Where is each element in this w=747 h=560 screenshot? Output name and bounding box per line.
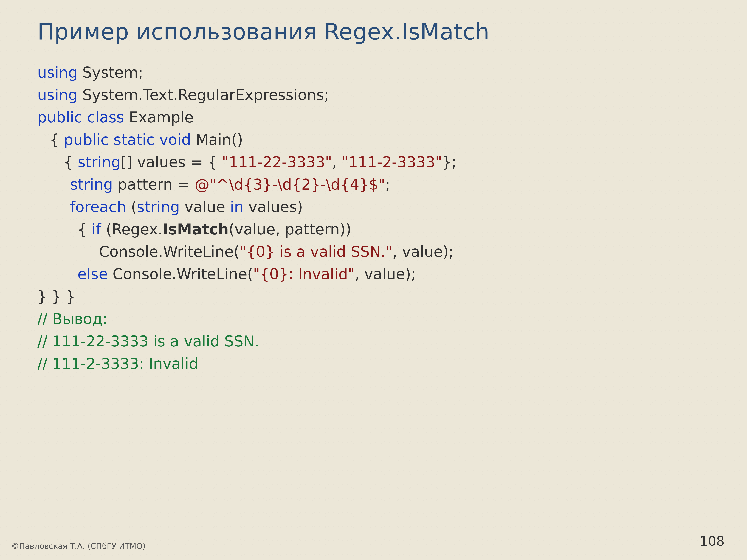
code-text: (Regex. [101, 221, 163, 238]
page-number: 108 [700, 533, 725, 549]
code-text: System.Text.RegularExpressions; [78, 86, 329, 104]
code-line: public class Example [37, 106, 710, 129]
keyword: using [37, 64, 78, 81]
keyword: string [137, 198, 180, 216]
keyword: if [92, 221, 101, 238]
code-text: }; [442, 154, 457, 171]
code-text: { [63, 154, 78, 171]
code-text: Example [124, 109, 194, 126]
code-line: Console.WriteLine("{0} is a valid SSN.",… [37, 241, 710, 263]
code-line: string pattern = @"^\d{3}-\d{2}-\d{4}$"; [37, 174, 710, 196]
code-text: { [45, 131, 64, 149]
code-line: using System.Text.RegularExpressions; [37, 84, 710, 106]
code-text: ; [385, 176, 390, 193]
method-name: IsMatch [163, 221, 229, 238]
code-text: Console.WriteLine( [99, 243, 239, 260]
slide-title: Пример использования Regex.IsMatch [37, 19, 710, 45]
code-text: System; [78, 64, 143, 81]
string-literal: "{0} is a valid SSN." [239, 243, 392, 260]
code-text: values) [244, 198, 303, 216]
code-text: Console.WriteLine( [108, 265, 253, 283]
code-text: ( [126, 198, 137, 216]
code-line: foreach (string value in values) [37, 196, 710, 218]
code-line: using System; [37, 61, 710, 84]
code-text: { [77, 221, 92, 238]
comment-line: // Вывод: [37, 308, 710, 330]
code-text: Main() [191, 131, 243, 149]
code-text: [] values = { [121, 154, 222, 171]
code-text: pattern = [113, 176, 195, 193]
code-line: else Console.WriteLine("{0}: Invalid", v… [37, 263, 710, 286]
code-text: } } } [37, 288, 75, 305]
string-literal: "111-22-3333" [222, 154, 332, 171]
slide: Пример использования Regex.IsMatch using… [0, 0, 747, 560]
code-line: { public static void Main() [37, 129, 710, 151]
string-literal: "111-2-3333" [341, 154, 442, 171]
code-line: } } } [37, 286, 710, 308]
code-text: (value, pattern)) [229, 221, 352, 238]
comment-line: // 111-2-3333: Invalid [37, 353, 710, 375]
code-text: value [180, 198, 230, 216]
keyword: else [77, 265, 108, 283]
string-literal: "{0}: Invalid" [253, 265, 355, 283]
keyword: string [70, 176, 113, 193]
code-block: using System; using System.Text.RegularE… [37, 61, 710, 375]
code-line: { string[] values = { "111-22-3333", "11… [37, 151, 710, 174]
keyword: using [37, 86, 78, 104]
code-text: , [332, 154, 341, 171]
code-line: { if (Regex.IsMatch(value, pattern)) [37, 218, 710, 241]
keyword: in [230, 198, 244, 216]
keyword: string [78, 154, 121, 171]
keyword: foreach [70, 198, 126, 216]
footer-copyright: ©Павловская Т.А. (СПбГУ ИТМО) [11, 541, 146, 551]
code-text: , value); [355, 265, 416, 283]
string-literal: @"^\d{3}-\d{2}-\d{4}$" [195, 176, 385, 193]
keyword: public static void [64, 131, 191, 149]
comment-line: // 111-22-3333 is a valid SSN. [37, 330, 710, 353]
code-text: , value); [392, 243, 454, 260]
keyword: public class [37, 109, 124, 126]
